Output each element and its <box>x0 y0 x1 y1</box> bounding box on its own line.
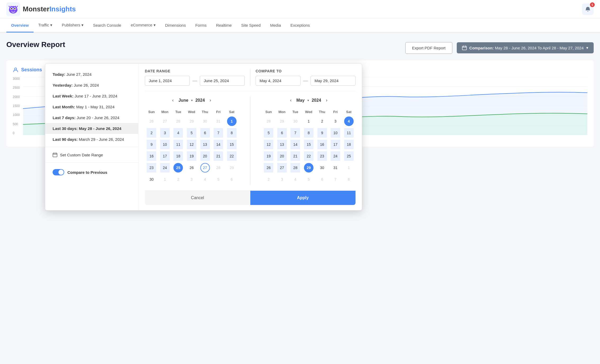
day-cell[interactable]: 12 <box>262 139 275 150</box>
day-cell[interactable]: 21 <box>212 150 225 155</box>
day-cell[interactable]: 22 <box>225 150 238 155</box>
day-cell[interactable]: 17 <box>158 150 172 155</box>
day-cell[interactable]: 3 <box>158 127 172 139</box>
day-cell[interactable]: 6 <box>275 127 289 139</box>
from-date-input[interactable] <box>145 76 190 86</box>
left-month-select[interactable]: June <box>178 98 188 102</box>
quick-option-last-month[interactable]: Last Month: May 1 - May 31, 2024 <box>45 101 138 112</box>
day-cell[interactable]: 14 <box>212 139 225 150</box>
day-cell[interactable]: 16 <box>145 150 158 155</box>
day-cell[interactable]: 21 <box>289 150 302 155</box>
right-calendar-header: ‹ May ▾ 2024 › <box>262 96 356 104</box>
day-cell[interactable]: 30 <box>198 115 212 127</box>
nav-item-site-speed[interactable]: Site Speed <box>237 19 265 32</box>
col-mon-r: Mon <box>275 108 289 115</box>
day-cell[interactable]: 16 <box>315 139 329 150</box>
day-cell[interactable]: 4 <box>172 127 185 139</box>
day-cell[interactable]: 15 <box>225 139 238 150</box>
day-cell[interactable]: 10 <box>329 127 342 139</box>
left-cal-prev-button[interactable]: ‹ <box>170 96 176 104</box>
day-cell[interactable]: 11 <box>172 139 185 150</box>
day-cell[interactable]: 2 <box>315 115 329 127</box>
quick-option-last-90-days[interactable]: Last 90 days: March 29 - June 26, 2024 <box>45 134 138 145</box>
col-sun-r: Sun <box>262 108 275 115</box>
day-cell[interactable]: 7 <box>289 127 302 139</box>
logo-area: MonsterInsights <box>6 2 76 16</box>
export-pdf-button[interactable]: Export PDF Report <box>405 42 453 54</box>
notification-button[interactable]: 5 <box>582 3 594 15</box>
day-cell[interactable]: 19 <box>262 150 275 155</box>
comparison-label: Comparison: May 28 - June 26, 2024 To Ap… <box>469 46 584 50</box>
day-cell[interactable]: 8 <box>302 127 316 139</box>
compare-date-inputs: — <box>256 76 356 86</box>
nav-item-publishers[interactable]: Publishers ▾ <box>57 18 88 32</box>
day-cell[interactable]: 1 <box>225 115 238 127</box>
nav-item-traffic[interactable]: Traffic ▾ <box>34 18 57 32</box>
day-cell[interactable]: 1 <box>302 115 316 127</box>
day-cell[interactable]: 14 <box>289 139 302 150</box>
y-label-0: 0 <box>13 131 20 135</box>
right-cal-prev-button[interactable]: ‹ <box>288 96 294 104</box>
notification-icon <box>585 6 591 12</box>
day-cell[interactable]: 13 <box>198 139 212 150</box>
quick-option-last-30-days[interactable]: Last 30 days: May 28 - June 26, 2024 <box>45 123 138 134</box>
nav-item-dimensions[interactable]: Dimensions <box>160 19 191 32</box>
day-cell[interactable]: 28 <box>172 115 185 127</box>
quick-option-last-week[interactable]: Last Week: June 17 - June 23, 2024 <box>45 91 138 101</box>
day-cell[interactable]: 4 <box>342 115 356 127</box>
day-cell[interactable]: 19 <box>185 150 199 155</box>
quick-option-yesterday[interactable]: Yesterday: June 26, 2024 <box>45 80 138 91</box>
day-cell[interactable]: 5 <box>262 127 275 139</box>
day-cell[interactable]: 30 <box>289 115 302 127</box>
left-cal-next-button[interactable]: › <box>207 96 213 104</box>
table-row: 12 13 14 15 16 17 18 <box>262 139 356 150</box>
day-cell[interactable]: 13 <box>275 139 289 150</box>
day-cell[interactable]: 17 <box>329 139 342 150</box>
nav-item-overview[interactable]: Overview <box>6 19 34 32</box>
nav-item-media[interactable]: Media <box>265 19 286 32</box>
nav-item-ecommerce[interactable]: eCommerce ▾ <box>126 18 160 32</box>
day-cell[interactable]: 3 <box>329 115 342 127</box>
day-cell[interactable]: 22 <box>302 150 316 155</box>
nav-item-exceptions[interactable]: Exceptions <box>286 19 315 32</box>
day-cell[interactable]: 20 <box>275 150 289 155</box>
day-cell[interactable]: 6 <box>198 127 212 139</box>
day-cell[interactable]: 11 <box>342 127 356 139</box>
day-cell[interactable]: 23 <box>315 150 329 155</box>
day-cell[interactable]: 8 <box>225 127 238 139</box>
nav-item-forms[interactable]: Forms <box>191 19 211 32</box>
y-label-3000: 3000 <box>13 77 20 81</box>
day-cell[interactable]: 5 <box>185 127 199 139</box>
day-cell[interactable]: 7 <box>212 127 225 139</box>
day-cell[interactable]: 20 <box>198 150 212 155</box>
day-cell[interactable]: 25 <box>342 150 356 155</box>
day-cell[interactable]: 28 <box>262 115 275 127</box>
compare-to-input[interactable] <box>311 76 356 86</box>
quick-option-today[interactable]: Today: June 27, 2024 <box>45 69 138 80</box>
day-cell[interactable]: 31 <box>212 115 225 127</box>
custom-date-option[interactable]: Set Custom Date Range <box>45 149 138 155</box>
to-date-input[interactable] <box>200 76 245 86</box>
col-mon: Mon <box>158 108 172 115</box>
day-cell[interactable]: 2 <box>145 127 158 139</box>
date-range-display[interactable]: Comparison: May 28 - June 26, 2024 To Ap… <box>457 42 594 53</box>
day-cell[interactable]: 12 <box>185 139 199 150</box>
day-cell[interactable]: 18 <box>172 150 185 155</box>
day-cell[interactable]: 24 <box>329 150 342 155</box>
day-cell[interactable]: 29 <box>185 115 199 127</box>
compare-from-input[interactable] <box>256 76 301 86</box>
day-cell[interactable]: 9 <box>315 127 329 139</box>
quick-option-last-7-days[interactable]: Last 7 days: June 20 - June 26, 2024 <box>45 112 138 123</box>
right-cal-next-button[interactable]: › <box>324 96 330 104</box>
day-cell[interactable]: 27 <box>158 115 172 127</box>
nav-item-realtime[interactable]: Realtime <box>211 19 236 32</box>
day-cell[interactable]: 10 <box>158 139 172 150</box>
day-cell[interactable]: 15 <box>302 139 316 150</box>
day-cell[interactable]: 29 <box>275 115 289 127</box>
day-cell[interactable]: 18 <box>342 139 356 150</box>
col-thu-r: Thu <box>315 108 329 115</box>
nav-item-search-console[interactable]: Search Console <box>88 19 126 32</box>
day-cell[interactable]: 26 <box>145 115 158 127</box>
day-cell[interactable]: 9 <box>145 139 158 150</box>
right-month-select[interactable]: May <box>296 98 305 102</box>
